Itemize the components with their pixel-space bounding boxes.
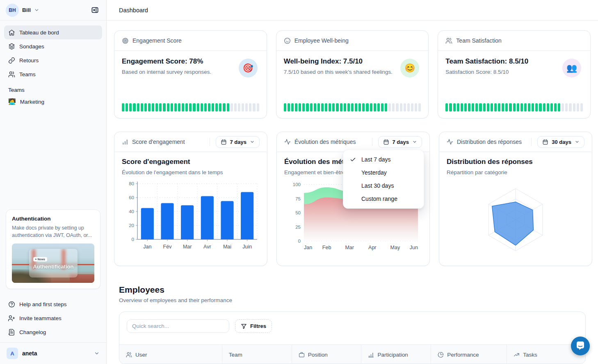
sidebar-item-label: Help and first steps: [19, 301, 67, 307]
chart-title: Score d'engagement: [122, 158, 260, 166]
stat-title: Engagement Score: 78%: [122, 57, 259, 66]
search-input[interactable]: [127, 319, 229, 333]
sidebar-item-invite[interactable]: Invite teammates: [4, 311, 102, 325]
sidebar-item-label: Sondages: [19, 43, 44, 50]
chart-subtitle: Répartition par catégorie: [447, 169, 584, 175]
users-icon: [8, 71, 15, 78]
card-body: Score d'engagement Évolution de l'engage…: [114, 152, 267, 252]
sidebar-collapse-button[interactable]: [89, 5, 100, 16]
column-header-participation: Participation: [361, 345, 431, 364]
responses-radar-chart: [447, 179, 584, 261]
chevron-down-icon: [250, 139, 255, 144]
target-emoji-icon: 🎯: [239, 59, 258, 77]
team-satisfaction-card: Team Satisfaction Team Satisfaction: 8.5…: [438, 30, 591, 118]
promo-description: Make docs private by setting up authenti…: [12, 224, 94, 240]
panel-collapse-icon: [91, 6, 99, 14]
target-icon: [122, 37, 129, 44]
card-header-actions: 30 days: [531, 136, 584, 148]
card-header: Distribution des réponses 30 days: [439, 132, 592, 152]
divider: [531, 138, 532, 146]
card-header-actions: 7 days: [210, 136, 260, 148]
svg-text:Apr: Apr: [368, 245, 376, 250]
progress-bar: [284, 103, 421, 111]
promo-title: Authentication: [12, 216, 94, 222]
date-range-button[interactable]: 7 days: [216, 136, 260, 148]
chat-bubble-icon: [575, 341, 585, 351]
sidebar-spacer: [0, 109, 106, 204]
svg-text:Mai: Mai: [223, 244, 231, 250]
link-icon: [8, 57, 15, 64]
activity-icon: [284, 139, 291, 145]
teams-section-label: Teams: [0, 81, 106, 95]
chart-title: Distribution des réponses: [447, 158, 584, 166]
svg-text:Juin: Juin: [242, 244, 252, 250]
dropdown-item-custom-range[interactable]: Custom range: [343, 192, 424, 205]
svg-text:20: 20: [129, 223, 134, 228]
column-label: Team: [229, 352, 242, 358]
svg-text:60: 60: [129, 195, 134, 200]
chevron-down-icon: [34, 7, 39, 13]
svg-text:0: 0: [298, 239, 301, 243]
date-range-button[interactable]: 7 days: [378, 136, 422, 148]
date-range-button[interactable]: 30 days: [537, 136, 584, 148]
team-item-label: Marketing: [20, 99, 44, 105]
technologist-emoji-icon: 🧑‍💻: [8, 98, 16, 105]
help-icon: [8, 301, 15, 308]
section-title: Employees: [119, 285, 586, 295]
home-icon: [8, 29, 15, 36]
sidebar-item-feedback[interactable]: Retours: [4, 53, 102, 67]
changelog-icon: [8, 329, 15, 336]
promo-card-authentication[interactable]: Authentication Make docs private by sett…: [6, 209, 100, 289]
workspace-switcher[interactable]: A aneta: [0, 343, 106, 364]
engagement-bar-chart: 020406080JanFévMarAvrMaiJuin: [122, 179, 260, 252]
employees-table-card: Filtres User Team: [119, 312, 586, 364]
content: Engagement Score Engagement Score: 78% B…: [107, 20, 598, 364]
check-icon: [350, 157, 357, 163]
card-header-label: Team Satisfaction: [456, 37, 502, 44]
card-header-label: Évolution des métriques: [294, 139, 356, 145]
chat-launcher-button[interactable]: [571, 337, 590, 355]
sidebar-item-teams[interactable]: Teams: [4, 67, 102, 81]
svg-text:May: May: [390, 245, 400, 250]
dropdown-item-yesterday[interactable]: Yesterday: [343, 166, 424, 179]
avatar: BH: [6, 4, 19, 17]
card-header: Score d'engagement 7 days: [114, 132, 267, 152]
sidebar-item-help[interactable]: Help and first steps: [4, 297, 102, 311]
sidebar-item-label: Teams: [19, 71, 36, 77]
column-header-performance: Performance: [431, 345, 507, 364]
svg-text:Feb: Feb: [322, 245, 331, 250]
trend-up-icon: [514, 352, 520, 358]
card-body: Distribution des réponses Répartition pa…: [439, 152, 592, 261]
dropdown-item-last-30-days[interactable]: Last 30 days: [343, 179, 424, 192]
sidebar-item-surveys[interactable]: Sondages: [4, 39, 102, 53]
divider: [372, 138, 372, 146]
date-range-label: 30 days: [552, 139, 571, 145]
sidebar-item-label: Changelog: [19, 329, 46, 335]
sidebar-item-changelog[interactable]: Changelog: [4, 325, 102, 339]
divider: [210, 138, 210, 146]
chevron-down-icon: [412, 139, 417, 144]
sidebar-item-dashboard[interactable]: Tableau de bord: [4, 25, 102, 39]
dropdown-item-label: Yesterday: [361, 169, 387, 176]
svg-text:75: 75: [295, 196, 301, 201]
svg-text:Jan: Jan: [304, 245, 312, 250]
card-header-actions: 7 days: [372, 136, 422, 148]
column-label: User: [135, 352, 147, 358]
sidebar-item-label: Retours: [19, 57, 39, 64]
filters-button[interactable]: Filtres: [235, 319, 272, 333]
dropdown-item-last-7-days[interactable]: Last 7 days: [343, 153, 424, 166]
card-header: Évolution des métriques 7 days: [277, 132, 429, 152]
sidebar-item-marketing[interactable]: 🧑‍💻 Marketing: [0, 95, 106, 109]
funnel-icon: [241, 323, 247, 329]
card-header-label: Engagement Score: [132, 37, 182, 44]
sidebar-user-menu[interactable]: BH Bill: [0, 0, 106, 20]
layers-icon: [8, 43, 15, 50]
busts-emoji-icon: 👥: [562, 59, 581, 77]
svg-text:40: 40: [129, 209, 134, 214]
column-label: Position: [308, 352, 328, 358]
column-label: Participation: [377, 352, 408, 358]
svg-text:Jun: Jun: [410, 245, 418, 250]
svg-text:50: 50: [295, 210, 301, 215]
promo-image[interactable]: + News Authentification: [12, 243, 94, 283]
column-label: Performance: [447, 352, 479, 358]
